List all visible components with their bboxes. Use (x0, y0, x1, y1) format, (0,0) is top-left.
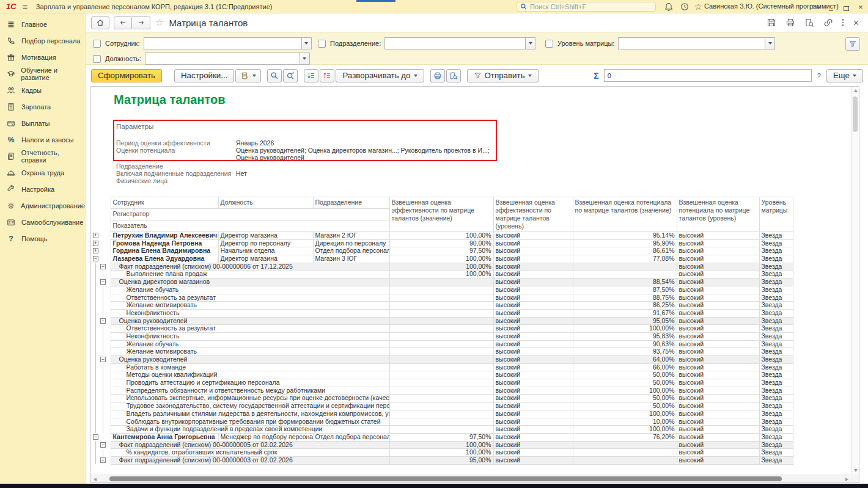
send-icon (474, 71, 482, 79)
back-button[interactable] (114, 16, 132, 29)
sidebar-item-motivation[interactable]: Мотивация (0, 49, 85, 65)
cell-pot-value: 90,63% (573, 340, 677, 348)
settings-button[interactable]: Настройки... (174, 69, 234, 82)
notifications-bell-icon[interactable] (664, 2, 674, 12)
cell-matrix-level: Звезда (759, 387, 793, 395)
scroll-up-icon[interactable] (854, 89, 858, 92)
department-filter-dropdown[interactable] (525, 37, 535, 49)
employee-filter-checkbox[interactable] (93, 40, 101, 48)
sidebar-item-payments[interactable]: Выплаты (0, 115, 85, 131)
expand-rows-button[interactable] (304, 69, 318, 82)
print-button[interactable] (430, 69, 445, 82)
employee-filter-input[interactable] (144, 37, 301, 49)
cell-indicator: Факт подразделений (списком) 00-00000003… (111, 456, 389, 464)
expand-toggle[interactable]: − (100, 318, 106, 324)
expand-toggle[interactable]: + (93, 233, 98, 238)
cell-pot-value: 100,00% (573, 387, 677, 395)
sidebar-item-selfservice[interactable]: Самообслуживание (0, 214, 85, 230)
position-filter-dropdown[interactable] (300, 53, 310, 65)
close-window-icon[interactable]: × (858, 2, 863, 12)
department-filter-input[interactable] (384, 37, 525, 49)
service-menu-icon[interactable]: ≡ (812, 2, 820, 11)
search-next-button[interactable] (283, 69, 298, 82)
expand-toggle[interactable]: + (93, 241, 98, 246)
matrix-level-filter-checkbox[interactable] (545, 40, 553, 48)
horizontal-scroll-thumb[interactable] (109, 476, 782, 481)
report-variants-button[interactable] (235, 69, 261, 82)
param-row: Включая подчиненные подразделенияНет (116, 170, 490, 177)
send-button[interactable]: Отправить (467, 69, 539, 82)
restore-window-icon[interactable] (844, 4, 849, 13)
close-form-icon[interactable]: ✕ (853, 18, 859, 27)
department-filter-checkbox[interactable] (318, 40, 326, 48)
sidebar-item-setup[interactable]: Настройка (0, 181, 85, 197)
expand-toggle[interactable]: − (100, 279, 106, 285)
table-row: Использовать экспертные, информационные … (92, 395, 793, 402)
cell-eff-value: 100,00% (389, 255, 493, 263)
position-filter-checkbox[interactable] (93, 55, 101, 63)
scroll-down-icon[interactable] (854, 469, 858, 472)
tree-connector (103, 387, 103, 395)
favorites-star-icon[interactable]: ☆ (694, 2, 704, 12)
cell-eff-value (389, 317, 493, 325)
expand-toggle[interactable]: − (100, 357, 106, 362)
expand-toggle[interactable]: − (100, 264, 106, 269)
expand-toggle[interactable]: − (100, 457, 106, 463)
sidebar-item-safety[interactable]: Охрана труда (0, 164, 85, 181)
more-button[interactable]: Еще (826, 69, 863, 82)
print-icon[interactable] (785, 18, 795, 27)
save-icon[interactable] (767, 18, 776, 27)
main-menu-icon[interactable]: ≡ (23, 2, 28, 12)
help-link[interactable]: ? (817, 72, 821, 79)
expand-toggle[interactable]: + (93, 248, 98, 253)
sidebar-item-salary[interactable]: Зарплата (0, 98, 85, 115)
sidebar-item-admin[interactable]: Администрирование (0, 197, 85, 214)
matrix-level-filter-input[interactable] (618, 37, 765, 49)
history-clock-icon[interactable] (680, 2, 690, 12)
search-button[interactable] (267, 69, 282, 82)
scroll-left-icon[interactable] (94, 478, 97, 481)
cell-department: Отдел подбора персонала (313, 433, 389, 441)
matrix-level-filter-dropdown[interactable] (765, 37, 775, 49)
filter-settings-button[interactable] (845, 37, 860, 51)
tree-connector (103, 348, 103, 356)
sidebar-item-taxes[interactable]: %Налоги и взносы (0, 131, 85, 148)
cell-eff-level: высокий (493, 286, 573, 294)
global-search-input[interactable]: Поиск Ctrl+Shift+F (517, 2, 656, 12)
expand-toggle[interactable]: − (100, 442, 106, 448)
arrow-left-icon (119, 19, 127, 26)
expand-to-button[interactable]: Разворачивать до (336, 69, 424, 82)
preview-button[interactable] (446, 69, 461, 82)
employee-filter-dropdown[interactable] (301, 37, 312, 49)
sidebar-item-reports[interactable]: Отчетность, справки (0, 148, 85, 164)
get-link-icon[interactable] (823, 18, 833, 27)
sidebar-item-help[interactable]: ?Помощь (0, 230, 85, 247)
forward-button[interactable] (132, 16, 150, 29)
collapse-rows-button[interactable] (320, 69, 334, 82)
tree-connector (95, 402, 96, 410)
sidebar-item-home[interactable]: Главное (0, 16, 85, 32)
expand-toggle[interactable]: − (93, 434, 98, 440)
minimize-window-icon[interactable]: _ (829, 2, 833, 11)
vertical-scrollbar[interactable] (851, 87, 859, 475)
horizontal-scrollbar[interactable] (91, 475, 851, 483)
cell-pot-level: высокий (677, 356, 759, 364)
generate-button[interactable]: Сформировать (91, 69, 162, 82)
vertical-scroll-thumb[interactable] (853, 97, 858, 132)
autosum-field[interactable]: 0 (604, 69, 812, 82)
sidebar-item-recruiting[interactable]: Подбор персонала (0, 32, 85, 49)
cell-pot-level: высокий (677, 340, 759, 348)
print-preview-icon[interactable] (804, 18, 814, 27)
cell-pot-value: 64,00% (573, 356, 677, 364)
cell-pot-level: высокий (677, 426, 759, 434)
expand-toggle[interactable]: − (93, 256, 98, 261)
home-button[interactable] (91, 16, 109, 29)
sidebar-item-education[interactable]: Обучение и развитие (0, 65, 85, 82)
scroll-right-icon[interactable] (845, 478, 848, 481)
position-filter-input[interactable] (145, 53, 300, 65)
cell-pot-value (573, 263, 677, 271)
sidebar-item-hr[interactable]: Кадры (0, 82, 85, 98)
favorite-star-icon[interactable]: ☆ (155, 17, 163, 28)
cell-pot-value: 50,00% (573, 371, 677, 379)
more-actions-icon[interactable] (842, 19, 844, 26)
